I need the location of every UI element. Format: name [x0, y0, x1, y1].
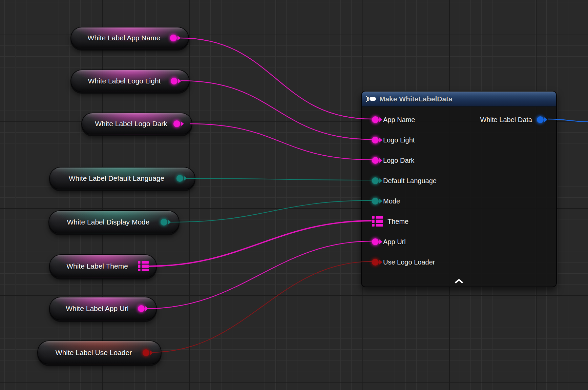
- getter-node-white-label-app-url[interactable]: White Label App Url: [49, 297, 157, 320]
- output-pin-row-white-label-data: White Label Data: [480, 116, 547, 124]
- getter-node-white-label-theme[interactable]: White Label Theme: [49, 254, 157, 278]
- getter-node-label: White Label Logo Light: [71, 77, 171, 85]
- make-struct-icon: ↘↗: [365, 96, 376, 102]
- getter-node-label: White Label Default Language: [50, 174, 176, 182]
- input-pin-row-app-url: App Url: [372, 238, 406, 246]
- getter-node-white-label-app-name[interactable]: White Label App Name: [70, 27, 189, 49]
- input-pin-logo-light[interactable]: [372, 137, 379, 143]
- output-pin-white-label-data[interactable]: [537, 116, 544, 123]
- output-pin-white-label-app-url[interactable]: [138, 305, 145, 312]
- input-pin-label: Mode: [383, 197, 400, 205]
- input-pin-label: Use Logo Loader: [383, 258, 435, 266]
- pin-slot: [173, 120, 192, 127]
- output-pin-white-label-default-language[interactable]: [176, 175, 183, 182]
- getter-node-white-label-default-language[interactable]: White Label Default Language: [49, 167, 195, 190]
- input-pin-row-theme: Theme: [372, 217, 408, 226]
- output-pin-white-label-app-name[interactable]: [170, 35, 177, 41]
- input-pin-app-name[interactable]: [372, 116, 379, 123]
- input-pin-label: App Name: [383, 116, 415, 124]
- output-pin-label: White Label Data: [480, 116, 532, 124]
- getter-node-label: White Label App Url: [50, 305, 138, 313]
- output-pin-white-label-theme[interactable]: [138, 261, 149, 271]
- input-pin-row-mode: Mode: [372, 197, 400, 205]
- input-pin-row-use-logo-loader: Use Logo Loader: [372, 258, 435, 266]
- getter-node-label: White Label Theme: [50, 262, 138, 270]
- input-pin-row-logo-light: Logo Light: [372, 136, 415, 144]
- input-pin-row-default-language: Default Language: [372, 177, 437, 185]
- input-pin-label: Theme: [387, 218, 408, 226]
- make-struct-node[interactable]: ↘↗ Make WhiteLabelData White Label Data …: [361, 91, 557, 287]
- collapse-advanced-pins-button[interactable]: [454, 278, 464, 284]
- getter-node-label: White Label Logo Dark: [82, 120, 173, 128]
- make-node-header: ↘↗ Make WhiteLabelData: [362, 92, 556, 106]
- getter-node-white-label-logo-dark[interactable]: White Label Logo Dark: [81, 113, 192, 135]
- getter-node-label: White Label App Name: [71, 34, 170, 42]
- input-pin-logo-dark[interactable]: [372, 157, 379, 164]
- input-pin-default-language[interactable]: [372, 177, 379, 184]
- input-pin-mode[interactable]: [372, 198, 379, 204]
- output-pin-white-label-use-loader[interactable]: [143, 349, 149, 356]
- graph-canvas[interactable]: White Label App NameWhite Label Logo Lig…: [0, 0, 588, 390]
- getter-node-white-label-use-loader[interactable]: White Label Use Loader: [37, 340, 162, 365]
- input-pin-use-logo-loader[interactable]: [372, 259, 379, 266]
- output-pin-white-label-logo-light[interactable]: [171, 78, 177, 84]
- make-node-title: Make WhiteLabelData: [379, 95, 453, 103]
- getter-node-label: White Label Display Mode: [49, 218, 161, 226]
- getter-node-label: White Label Use Loader: [38, 349, 143, 357]
- getter-node-white-label-logo-light[interactable]: White Label Logo Light: [70, 70, 190, 92]
- input-pin-label: Logo Dark: [383, 157, 414, 164]
- input-pin-label: Logo Light: [383, 136, 415, 144]
- output-pin-white-label-display-mode[interactable]: [161, 219, 167, 226]
- input-pin-label: App Url: [383, 238, 406, 246]
- input-pin-theme[interactable]: [372, 216, 383, 227]
- chevron-up-icon: [454, 278, 464, 284]
- input-pin-row-logo-dark: Logo Dark: [372, 156, 414, 164]
- getter-node-white-label-display-mode[interactable]: White Label Display Mode: [48, 210, 180, 234]
- input-pin-app-url[interactable]: [372, 238, 379, 245]
- input-pin-label: Default Language: [383, 177, 437, 185]
- input-pin-row-app-name: App Name: [372, 116, 415, 124]
- output-pin-white-label-logo-dark[interactable]: [173, 120, 180, 127]
